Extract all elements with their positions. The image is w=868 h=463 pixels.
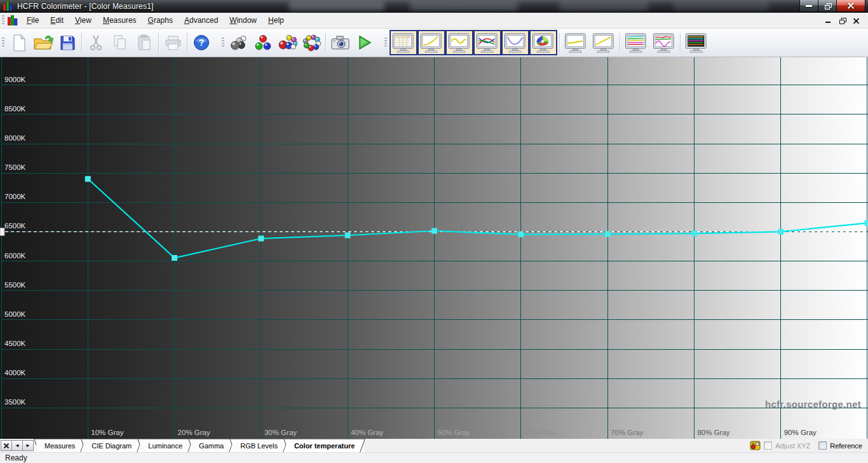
gamma-view-button[interactable] xyxy=(417,30,445,55)
titlebar-glass-reflection xyxy=(559,1,648,11)
color-temperature-chart: 9000K8500K8000K7500K7000K6500K6000K5500K… xyxy=(0,57,868,439)
x-axis-labels: 10% Gray20% Gray30% Gray40% Gray50% Gray… xyxy=(91,429,817,436)
rgb-levels-view-button[interactable] xyxy=(473,30,501,55)
paste-icon xyxy=(137,34,152,51)
menu-advanced[interactable]: Advanced xyxy=(179,13,224,27)
near-white-view-icon xyxy=(592,33,615,53)
rgb-levels-view-icon xyxy=(476,33,499,53)
cut-icon xyxy=(88,34,104,51)
measures-grid-view-button[interactable] xyxy=(390,30,417,55)
help-button[interactable]: ? xyxy=(189,31,214,55)
close-view-button[interactable] xyxy=(1,440,12,451)
svg-text:6500K: 6500K xyxy=(4,222,26,230)
tab-luminance[interactable]: Luminance xyxy=(140,439,191,452)
window-title: HCFR Colorimeter - [Color Measures1] xyxy=(17,2,154,11)
scroll-tabs-left-button[interactable] xyxy=(11,440,23,451)
new-document-button[interactable] xyxy=(7,31,31,55)
print-icon xyxy=(165,35,182,51)
adjust-xyz-label: Adjust XYZ xyxy=(775,442,810,450)
tab-gamma[interactable]: Gamma xyxy=(191,439,232,452)
file-toolbar: ? xyxy=(0,30,214,55)
run-measures-icon xyxy=(356,34,372,51)
menu-measures[interactable]: Measures xyxy=(97,13,142,27)
combined-history-view-button[interactable] xyxy=(682,30,710,55)
gamma-view-icon xyxy=(420,33,443,53)
copy-button xyxy=(108,31,132,55)
saturations-measures-icon xyxy=(278,34,297,52)
toolbar-separator xyxy=(680,33,681,52)
save-file-icon xyxy=(60,35,76,51)
svg-text:90% Gray: 90% Gray xyxy=(784,429,817,436)
color-temperature-view-button[interactable] xyxy=(501,30,529,55)
menu-graphs[interactable]: Graphs xyxy=(142,13,179,27)
svg-text:7500K: 7500K xyxy=(4,163,26,171)
saturations-measures-button[interactable] xyxy=(275,31,299,55)
title-bar: HCFR Colorimeter - [Color Measures1] xyxy=(0,0,868,13)
mdi-close-button[interactable] xyxy=(849,15,863,26)
copy-icon xyxy=(112,34,128,51)
run-measures-button[interactable] xyxy=(352,31,376,55)
luminance-view-button[interactable] xyxy=(445,30,473,55)
svg-text:4500K: 4500K xyxy=(4,340,26,347)
full-colors-measures-button[interactable] xyxy=(299,31,323,55)
restore-icon xyxy=(825,3,831,8)
cie-diagram-view-icon xyxy=(532,33,555,53)
rgb-history-view-button[interactable] xyxy=(650,30,678,55)
grayscale-measures-button[interactable] xyxy=(227,31,251,55)
save-file-button[interactable] xyxy=(55,31,79,55)
primaries-measures-icon xyxy=(254,34,273,52)
status-message: Ready xyxy=(5,453,27,462)
menu-window[interactable]: Window xyxy=(224,13,262,27)
paste-button xyxy=(132,31,156,55)
toolbar-separator xyxy=(81,33,82,52)
menu-view[interactable]: View xyxy=(69,13,97,27)
tab-cie-diagram[interactable]: CIE Diagram xyxy=(83,439,140,452)
tab-color-temperature[interactable]: Color temperature xyxy=(286,439,363,452)
near-black-view-button[interactable] xyxy=(562,30,590,55)
toolbar-grip xyxy=(2,38,4,48)
rgb-history-view-icon xyxy=(653,33,675,53)
reference-checkbox[interactable] xyxy=(818,441,827,450)
scroll-tabs-right-button[interactable] xyxy=(22,440,34,451)
near-white-view-button[interactable] xyxy=(590,30,618,55)
measures-history-view-button[interactable] xyxy=(622,30,650,55)
cie-diagram-view-button[interactable] xyxy=(529,30,557,55)
svg-text:20% Gray: 20% Gray xyxy=(178,429,210,436)
svg-text:10% Gray: 10% Gray xyxy=(91,429,123,436)
view-tab-bar: Measures CIE Diagram Luminance Gamma RGB… xyxy=(0,439,868,452)
tab-rgb-levels[interactable]: RGB Levels xyxy=(232,439,286,452)
toolbar-grip xyxy=(2,15,4,25)
menu-edit[interactable]: Edit xyxy=(44,13,69,27)
luminance-view-icon xyxy=(448,33,471,53)
svg-text:5500K: 5500K xyxy=(4,281,26,289)
restore-button[interactable] xyxy=(818,0,837,12)
svg-text:8500K: 8500K xyxy=(4,105,26,113)
reference-label: Reference xyxy=(830,442,862,450)
menu-file[interactable]: File xyxy=(21,13,44,27)
minimize-icon xyxy=(806,5,812,7)
adjust-xyz-checkbox[interactable] xyxy=(764,441,772,450)
minimize-button[interactable] xyxy=(799,0,818,12)
svg-text:50% Gray: 50% Gray xyxy=(438,429,470,436)
toolbar-separator xyxy=(620,33,620,52)
mdi-minimize-button[interactable] xyxy=(821,15,835,26)
svg-text:30% Gray: 30% Gray xyxy=(264,429,297,436)
mdi-restore-button[interactable] xyxy=(835,15,849,26)
titlebar-glass-reflection xyxy=(289,1,384,11)
svg-text:4000K: 4000K xyxy=(4,369,26,377)
measures-history-view-icon xyxy=(625,33,648,53)
toolbar-grip xyxy=(384,38,387,48)
measures-grid-view-icon xyxy=(392,33,415,53)
hcfr-document-icon xyxy=(8,15,18,25)
tab-measures[interactable]: Measures xyxy=(36,439,83,452)
reference-marker xyxy=(0,228,4,235)
restore-icon xyxy=(839,18,845,23)
capture-button[interactable] xyxy=(328,31,352,55)
open-file-button[interactable] xyxy=(31,31,55,55)
close-button[interactable] xyxy=(836,0,865,12)
measures-toolbar xyxy=(220,30,376,55)
sensor-status-icon xyxy=(750,441,761,450)
watermark: hcfr.sourceforge.net xyxy=(765,399,861,410)
primaries-measures-button[interactable] xyxy=(251,31,275,55)
menu-help[interactable]: Help xyxy=(262,13,290,27)
